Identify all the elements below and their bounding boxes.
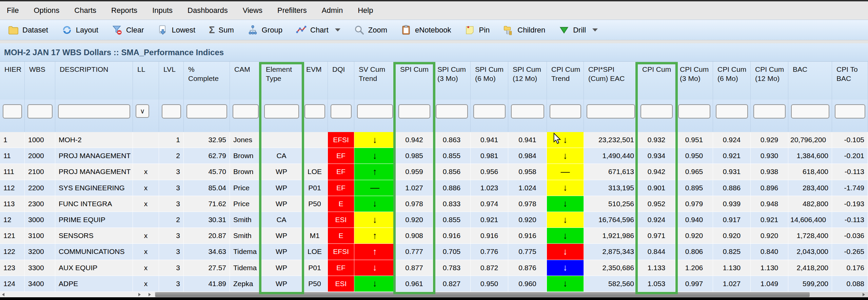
cell-spi_cum_3mo[interactable]: 0.783 [433,260,471,276]
cell-bac[interactable]: 1,728,400 [788,228,832,243]
cell-cpi_cum_trend[interactable]: ↓ [547,228,584,243]
filter-input-cpi_to_bac[interactable] [835,104,865,119]
cell-ll[interactable] [133,212,159,228]
cell-pct_complete[interactable]: 20.87 [184,228,230,243]
cell-element_type[interactable]: WP [261,244,302,259]
cell-description[interactable]: ADPE [55,276,133,292]
cell-pct_complete[interactable]: 32.95 [184,132,230,148]
cell-cpi_spi_cum_eac[interactable]: 23,232,501 [584,132,638,148]
cell-spi_cum_12mo[interactable]: 0.876 [508,260,547,276]
cell-sv_cum_trend[interactable]: ↓ [354,260,396,276]
cell-evm[interactable]: M1 [302,228,328,243]
cell-element_type[interactable] [261,132,302,148]
cell-lvl[interactable]: 3 [159,196,184,212]
cell-spi_cum_6mo[interactable]: 1.023 [471,180,508,196]
menu-inputs[interactable]: Inputs [152,6,173,15]
cell-cam[interactable]: Price [230,180,261,196]
column-header-cpi_cum[interactable]: CPI Cum [638,62,675,100]
cell-pct_complete[interactable]: 85.04 [184,180,230,196]
cell-hier[interactable]: 1 [0,132,25,148]
drill-dropdown-caret-icon[interactable] [592,28,598,31]
menu-file[interactable]: File [7,6,19,15]
cell-element_type[interactable]: WP [261,228,302,243]
cell-ll[interactable]: x [133,260,159,276]
filter-input-lvl[interactable] [162,104,181,119]
filter-input-hier[interactable] [3,104,22,119]
column-header-cpi_cum_6mo[interactable]: CPI Cum (6 Mo) [713,62,751,100]
cell-bac[interactable]: 482,800 [788,196,832,212]
cell-wbs[interactable]: 3100 [25,228,55,243]
cell-cpi_cum_12mo[interactable]: 0.929 [751,132,788,148]
cell-spi_cum_6mo[interactable]: 0.941 [471,132,508,148]
cell-evm[interactable]: P01 [302,260,328,276]
cell-spi_cum_12mo[interactable]: 0.978 [508,196,547,212]
scroll-left-arrow-icon[interactable] [2,293,4,296]
cell-cam[interactable]: Brown [230,148,261,164]
menu-prefilters[interactable]: Prefilters [277,6,307,15]
chart-button[interactable]: Chart [296,25,340,35]
cell-cpi_cum_3mo[interactable]: 0.997 [675,276,713,292]
cell-wbs[interactable]: 2300 [25,196,55,212]
cell-bac[interactable]: 20,796,200 [788,132,832,148]
pane-split-arrow-icon[interactable] [149,293,151,296]
cell-cpi_spi_cum_eac[interactable]: 313,195 [584,180,638,196]
filter-input-dqi[interactable] [331,104,352,119]
cell-ll[interactable] [133,132,159,148]
cell-lvl[interactable]: 3 [159,228,184,243]
cell-wbs[interactable]: 3400 [25,276,55,292]
cell-cpi_cum_12mo[interactable]: 0.896 [751,180,788,196]
cell-cpi_cum_12mo[interactable]: 0.948 [751,196,788,212]
cell-cpi_cum_12mo[interactable]: 0.921 [751,212,788,228]
menu-dashboards[interactable]: Dashboards [188,6,228,15]
filter-input-sv_cum_trend[interactable] [357,104,393,119]
cell-cpi_cum_3mo[interactable]: 0.979 [675,196,713,212]
cell-sv_cum_trend[interactable]: — [354,180,396,196]
cell-element_type[interactable]: CA [261,148,302,164]
table-row[interactable]: 1112100PROJ MANAGEMENTx345.70BrownWPLOEE… [0,164,868,180]
cell-description[interactable]: PRIME EQUIP [55,212,133,228]
clear-button[interactable]: Clear [112,25,144,35]
column-header-spi_cum_3mo[interactable]: SPI Cum (3 Mo) [433,62,471,100]
cell-cpi_cum_3mo[interactable]: 0.806 [675,244,713,259]
cell-cpi_cum[interactable]: 0.924 [638,212,675,228]
table-row[interactable]: 11000MOH-2132.95JonesEFSI↓0.9420.8630.94… [0,132,868,148]
cell-hier[interactable]: 113 [0,196,25,212]
cell-spi_cum[interactable]: 0.985 [396,148,433,164]
cell-evm[interactable] [302,148,328,164]
cell-cpi_cum_6mo[interactable]: 0.931 [713,164,751,179]
cell-dqi[interactable]: ESI [328,276,354,292]
cell-element_type[interactable]: WP [261,260,302,276]
cell-dqi[interactable]: EF [328,180,354,196]
cell-ll[interactable]: x [133,164,159,179]
cell-evm[interactable] [302,132,328,148]
cell-hier[interactable]: 121 [0,228,25,243]
cell-sv_cum_trend[interactable]: ↓ [354,148,396,164]
table-row[interactable]: 123000PRIME EQUIP230.31SmithCAESI↓0.9200… [0,212,868,228]
cell-pct_complete[interactable]: 71.62 [184,196,230,212]
cell-cpi_to_bac[interactable]: 0.088 [832,276,868,292]
cell-cpi_cum[interactable]: 1.133 [638,260,675,276]
cell-spi_cum_3mo[interactable]: 0.916 [433,228,471,243]
cell-dqi[interactable]: EF [328,148,354,164]
filter-input-cam[interactable] [233,104,259,119]
menu-admin[interactable]: Admin [322,6,343,15]
column-header-spi_cum_6mo[interactable]: SPI Cum (6 Mo) [471,62,508,100]
cell-evm[interactable] [302,212,328,228]
cell-cpi_cum_6mo[interactable]: 0.921 [713,148,751,164]
cell-sv_cum_trend[interactable]: ↓ [354,212,396,228]
cell-spi_cum_12mo[interactable]: 0.960 [508,276,547,292]
cell-cpi_to_bac[interactable]: -0.105 [832,132,868,148]
table-row[interactable]: 1243400ADPEx341.89ZepkaWPP50ESI↓0.9610.8… [0,276,868,292]
cell-cpi_to_bac[interactable]: 0.176 [832,260,868,276]
filter-input-spi_cum_3mo[interactable] [436,104,468,119]
table-row[interactable]: 1223200COMMUNICATIONSx334.63TidemaWPLOEE… [0,244,868,260]
group-button[interactable]: Group [248,25,282,35]
cell-cpi_cum[interactable]: 0.932 [638,132,675,148]
cell-cpi_to_bac[interactable]: -1.749 [832,180,868,196]
cell-spi_cum_12mo[interactable]: 0.984 [508,148,547,164]
cell-bac[interactable]: 283,400 [788,180,832,196]
lowest-button[interactable]: Lowest [157,25,195,35]
column-header-cpi_cum_3mo[interactable]: CPI Cum (3 Mo) [675,62,713,100]
cell-spi_cum_12mo[interactable]: 1.024 [508,180,547,196]
cell-cpi_to_bac[interactable]: -0.265 [832,244,868,259]
